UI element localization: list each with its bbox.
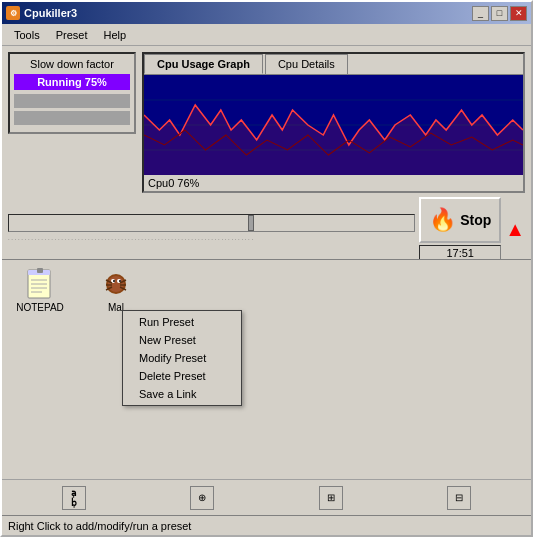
svg-point-12 [108,276,124,292]
running-badge: Running 75% [14,74,130,90]
tab-cpu-usage-graph[interactable]: Cpu Usage Graph [144,54,263,74]
status-bar: Right Click to add/modify/run a preset [2,515,531,535]
speed-slider[interactable] [8,214,415,232]
toolbar-btn-grid2[interactable]: ⊟ [447,486,471,510]
slider-container: · · · · · · · · · · · · · · · · · · · · … [8,214,415,244]
malware-icon-item[interactable]: Mal [86,268,146,313]
up-arrow-icon[interactable]: ▲ [505,218,525,241]
arrows-icon: ⊕ [198,492,206,503]
cpu-graph-svg [144,75,523,175]
desktop-area[interactable]: NOTEPAD [2,259,531,479]
title-bar-left: ⚙ Cpukiller3 [6,6,77,20]
context-delete-preset[interactable]: Delete Preset [123,367,241,385]
toolbar-btn-ab[interactable]: ạḅ [62,486,86,510]
cpu-graph [144,75,523,175]
malware-icon [100,268,132,300]
bottom-toolbar: ạḅ ⊕ ⊞ ⊟ [2,479,531,515]
stop-button[interactable]: 🔥 Stop [419,197,501,243]
title-bar: ⚙ Cpukiller3 _ □ ✕ [2,2,531,24]
grid2-icon: ⊟ [455,492,463,503]
stop-area: 🔥 Stop 17:51 [419,197,501,261]
cpu-usage-label: Cpu0 76% [144,175,523,191]
toolbar-btn-grid[interactable]: ⊞ [319,486,343,510]
gray-bar-2 [14,111,130,125]
menu-help[interactable]: Help [95,27,134,43]
slow-down-title: Slow down factor [14,58,130,70]
desktop-icons: NOTEPAD [2,260,531,321]
context-menu: Run Preset New Preset Modify Preset Dele… [122,310,242,406]
control-row: · · · · · · · · · · · · · · · · · · · · … [2,199,531,259]
toolbar-btn-arrows[interactable]: ⊕ [190,486,214,510]
window-title: Cpukiller3 [24,7,77,19]
tab-bar: Cpu Usage Graph Cpu Details [144,54,523,75]
minimize-button[interactable]: _ [472,6,489,21]
upper-section: Slow down factor Running 75% Cpu Usage G… [2,46,531,199]
ab-icon: ạḅ [71,488,77,508]
notepad-label: NOTEPAD [16,302,64,313]
app-icon: ⚙ [6,6,20,20]
context-run-preset[interactable]: Run Preset [123,313,241,331]
notepad-icon-item[interactable]: NOTEPAD [10,268,70,313]
svg-rect-10 [37,268,43,273]
window: ⚙ Cpukiller3 _ □ ✕ Tools Preset Help Slo… [0,0,533,537]
slider-dots: · · · · · · · · · · · · · · · · · · · · … [8,234,415,244]
slider-handle[interactable] [248,215,254,231]
stop-label: Stop [460,212,491,228]
menu-tools[interactable]: Tools [6,27,48,43]
svg-point-15 [113,280,115,282]
context-save-link[interactable]: Save a Link [123,385,241,403]
tab-cpu-details[interactable]: Cpu Details [265,54,348,74]
grid-icon: ⊞ [327,492,335,503]
context-modify-preset[interactable]: Modify Preset [123,349,241,367]
menu-bar: Tools Preset Help [2,24,531,46]
menu-preset[interactable]: Preset [48,27,96,43]
slow-down-panel: Slow down factor Running 75% [8,52,136,193]
gray-bar-1 [14,94,130,108]
status-text: Right Click to add/modify/run a preset [8,520,191,532]
maximize-button[interactable]: □ [491,6,508,21]
close-button[interactable]: ✕ [510,6,527,21]
slow-down-inner: Slow down factor Running 75% [8,52,136,134]
notepad-icon [24,268,56,300]
context-new-preset[interactable]: New Preset [123,331,241,349]
title-controls: _ □ ✕ [472,6,527,21]
stop-icon: 🔥 [429,207,456,233]
cpu-panel: Cpu Usage Graph Cpu Details Cpu0 76% [142,52,525,193]
svg-point-16 [119,280,121,282]
